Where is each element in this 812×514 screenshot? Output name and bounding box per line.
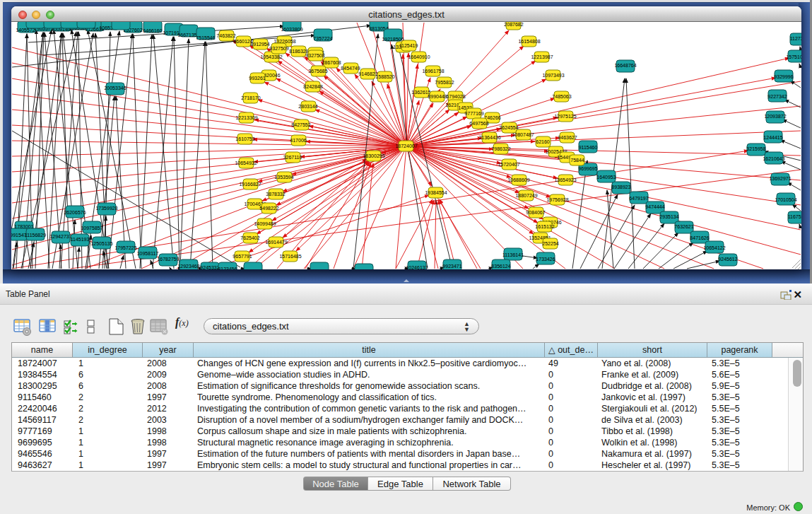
svg-text:9227342: 9227342 — [767, 94, 787, 99]
svg-text:16648764: 16648764 — [614, 63, 636, 68]
svg-text:8990448: 8990448 — [428, 94, 447, 99]
svg-text:993261: 993261 — [249, 76, 265, 81]
svg-text:1167534: 1167534 — [788, 214, 801, 219]
svg-text:417006: 417006 — [290, 138, 306, 143]
svg-text:3267110: 3267110 — [283, 155, 302, 160]
svg-text:9245332: 9245332 — [200, 265, 219, 269]
svg-text:11156829: 11156829 — [25, 233, 46, 238]
svg-text:16961758: 16961758 — [422, 69, 444, 74]
svg-text:10975857: 10975857 — [81, 226, 102, 230]
svg-text:9327508: 9327508 — [305, 53, 324, 58]
svg-text:10246137: 10246137 — [406, 265, 428, 269]
svg-text:7485063: 7485063 — [552, 94, 571, 99]
svg-text:3675685: 3675685 — [308, 69, 327, 74]
svg-text:1733426: 1733426 — [536, 257, 555, 262]
svg-text:18807249: 18807249 — [515, 193, 537, 198]
svg-text:1588520: 1588520 — [375, 74, 394, 79]
svg-text:18300295: 18300295 — [363, 153, 384, 158]
svg-text:19166827: 19166827 — [239, 182, 261, 187]
svg-text:6497568: 6497568 — [469, 121, 488, 126]
svg-text:2935134: 2935134 — [659, 214, 678, 219]
svg-text:10958117: 10958117 — [137, 251, 159, 256]
svg-text:17010504: 17010504 — [775, 197, 796, 202]
svg-text:14099489: 14099489 — [254, 221, 276, 226]
svg-text:9084067: 9084067 — [526, 210, 545, 215]
svg-text:8912954: 8912954 — [250, 42, 269, 47]
svg-text:9327509: 9327509 — [269, 46, 288, 51]
svg-text:9474444: 9474444 — [645, 204, 664, 209]
svg-text:16210643: 16210643 — [763, 156, 784, 161]
svg-text:26206576: 26206576 — [64, 210, 86, 215]
svg-text:1353594: 1353594 — [274, 175, 293, 180]
svg-text:2867608: 2867608 — [322, 60, 341, 65]
svg-text:16782759: 16782759 — [157, 257, 179, 262]
svg-text:10807487: 10807487 — [512, 132, 534, 137]
svg-text:9115460: 9115460 — [579, 145, 598, 150]
svg-text:17359928: 17359928 — [95, 206, 117, 211]
svg-text:2803144: 2803144 — [298, 104, 317, 109]
svg-text:13692971: 13692971 — [769, 176, 791, 181]
svg-text:17957225: 17957225 — [114, 245, 136, 250]
svg-text:8123456: 8123456 — [218, 267, 237, 269]
svg-text:9777169: 9777169 — [464, 111, 483, 116]
svg-text:15751074: 15751074 — [786, 54, 801, 59]
svg-text:16914479: 16914479 — [265, 240, 287, 245]
svg-text:19756928: 19756928 — [546, 197, 568, 202]
svg-text:8938923: 8938923 — [611, 185, 630, 189]
svg-text:10543382: 10543382 — [260, 54, 282, 59]
svg-text:8454749: 8454749 — [341, 66, 360, 71]
svg-text:9245612: 9245612 — [718, 257, 737, 262]
svg-text:3624554: 3624554 — [499, 125, 518, 130]
svg-text:7515546: 7515546 — [196, 35, 215, 40]
svg-text:19384554: 19384554 — [425, 190, 447, 195]
svg-text:9657791: 9657791 — [233, 254, 252, 259]
svg-text:18724007: 18724007 — [395, 144, 417, 148]
svg-text:6466160: 6466160 — [143, 28, 162, 33]
svg-text:2087682: 2087682 — [504, 22, 523, 27]
svg-text:5498222: 5498222 — [259, 206, 278, 211]
svg-text:1145193: 1145193 — [71, 237, 90, 242]
svg-text:12213309: 12213309 — [235, 115, 257, 120]
svg-text:10973493: 10973493 — [542, 73, 564, 78]
svg-text:252254: 252254 — [542, 241, 558, 246]
svg-text:7986322: 7986322 — [491, 146, 510, 151]
svg-text:6479197: 6479197 — [629, 196, 648, 201]
svg-text:1127345: 1127345 — [790, 36, 801, 41]
svg-text:8427552: 8427552 — [291, 122, 310, 127]
svg-text:15720407: 15720407 — [498, 162, 519, 167]
svg-text:12093872: 12093872 — [764, 114, 786, 119]
svg-text:21364436: 21364436 — [478, 135, 500, 140]
svg-text:75844: 75844 — [570, 158, 584, 163]
svg-text:10688609: 10688609 — [507, 177, 529, 182]
svg-text:8471626: 8471626 — [690, 235, 709, 240]
svg-text:1125419: 1125419 — [399, 43, 418, 48]
svg-text:1640953: 1640953 — [596, 175, 616, 180]
svg-text:1615132: 1615132 — [535, 224, 554, 229]
svg-text:62160: 62160 — [536, 139, 550, 144]
svg-text:1610753: 1610753 — [235, 136, 254, 141]
svg-text:11136141: 11136141 — [502, 252, 524, 257]
svg-text:7463822: 7463822 — [216, 33, 235, 38]
svg-text:9463627: 9463627 — [558, 135, 577, 140]
svg-text:7955812: 7955812 — [435, 80, 454, 85]
svg-text:10654932: 10654932 — [235, 160, 257, 165]
svg-text:15716485: 15716485 — [279, 254, 301, 259]
svg-text:20053346: 20053346 — [104, 86, 126, 90]
svg-text:9923471: 9923471 — [442, 264, 461, 269]
svg-text:10654122: 10654122 — [703, 245, 725, 250]
svg-text:8242848: 8242848 — [303, 84, 322, 89]
svg-text:12213987: 12213987 — [531, 54, 553, 59]
svg-text:7632621: 7632621 — [674, 224, 693, 229]
svg-text:7357224: 7357224 — [313, 36, 332, 41]
svg-text:8356124: 8356124 — [491, 264, 510, 269]
svg-text:19218506: 19218506 — [382, 37, 404, 42]
svg-text:9329996: 9329996 — [774, 74, 793, 79]
svg-text:13654923: 13654923 — [554, 177, 576, 182]
svg-text:3878332: 3878332 — [266, 192, 285, 197]
svg-text:9699695: 9699695 — [578, 166, 597, 171]
svg-text:12505135: 12505135 — [90, 241, 112, 246]
svg-text:12942737: 12942737 — [49, 234, 71, 239]
svg-text:16640910: 16640910 — [408, 54, 430, 59]
svg-text:16033809: 16033809 — [281, 27, 302, 32]
svg-text:7625402: 7625402 — [240, 235, 259, 240]
